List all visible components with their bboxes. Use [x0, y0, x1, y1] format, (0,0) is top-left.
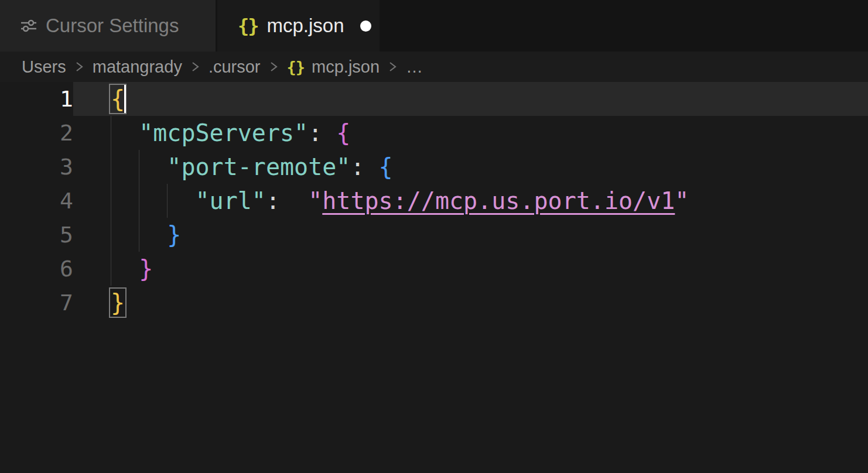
indent-guide [111, 116, 111, 286]
breadcrumb-label: .cursor [209, 57, 261, 77]
chevron-right-icon [388, 59, 398, 75]
text-cursor [124, 85, 126, 113]
token-string: " [675, 187, 689, 214]
breadcrumb-item[interactable]: .cursor [209, 57, 261, 77]
token-string: " [308, 187, 322, 214]
tab-bar: Cursor Settings {} mcp.json [0, 0, 868, 52]
code-line[interactable]: 6 } [0, 252, 868, 286]
token-punct: : [350, 153, 364, 180]
line-text: } [73, 286, 868, 320]
chevron-right-icon [269, 59, 279, 75]
code-line[interactable]: 5 } [0, 218, 868, 252]
token-whitespace [322, 119, 336, 146]
line-text: } [73, 252, 868, 286]
sliders-icon [20, 18, 37, 34]
token-key: "port-remote" [167, 153, 350, 180]
token-bracket3: } [167, 221, 181, 248]
breadcrumb-item[interactable]: matangrady [93, 57, 182, 77]
breadcrumb-item[interactable]: {}mcp.json [287, 57, 380, 77]
code-editor[interactable]: 1{2 "mcpServers": {3 "port-remote": {4 "… [0, 82, 868, 473]
line-number: 7 [0, 286, 73, 320]
chevron-right-icon [190, 59, 200, 75]
token-whitespace [111, 255, 139, 282]
json-braces-icon: {} [287, 58, 305, 76]
json-braces-icon: {} [238, 15, 258, 37]
chevron-right-icon [74, 59, 84, 75]
breadcrumb-label: matangrady [93, 57, 182, 77]
breadcrumb-item[interactable]: … [406, 57, 423, 77]
line-number: 1 [0, 82, 73, 116]
line-number: 3 [0, 150, 73, 184]
line-text: "mcpServers": { [73, 116, 868, 150]
token-bracket1: } [111, 289, 125, 316]
url-link[interactable]: https://mcp.us.port.io/v1 [322, 187, 675, 214]
editor-window: Cursor Settings {} mcp.json Usersmatangr… [0, 0, 868, 473]
code-line[interactable]: 1{ [0, 82, 868, 116]
token-whitespace [111, 187, 196, 214]
indent-guide [139, 150, 139, 252]
line-text: { [73, 82, 868, 116]
token-punct: : [266, 187, 280, 214]
code-line[interactable]: 2 "mcpServers": { [0, 116, 868, 150]
token-bracket3: { [379, 153, 393, 180]
token-key: "mcpServers" [139, 119, 308, 146]
token-whitespace [280, 187, 308, 214]
tab-label: Cursor Settings [46, 15, 179, 37]
token-bracket2: { [336, 119, 350, 146]
token-bracket1: { [111, 85, 125, 112]
token-key: "url" [196, 187, 266, 214]
line-number: 6 [0, 252, 73, 286]
token-whitespace [111, 119, 139, 146]
tab-mcp-json[interactable]: {} mcp.json [217, 0, 380, 52]
token-punct: : [308, 119, 322, 146]
line-number: 5 [0, 218, 73, 252]
modified-dot[interactable] [360, 20, 371, 32]
line-text: "port-remote": { [73, 150, 868, 184]
breadcrumb: Usersmatangrady.cursor{}mcp.json… [0, 52, 868, 82]
tab-cursor-settings[interactable]: Cursor Settings [0, 0, 216, 52]
breadcrumb-label: mcp.json [312, 57, 380, 77]
tab-label: mcp.json [267, 15, 344, 37]
line-text: } [73, 218, 868, 252]
token-whitespace [365, 153, 379, 180]
breadcrumb-item[interactable]: Users [22, 57, 66, 77]
breadcrumb-label: … [406, 57, 423, 77]
code-line[interactable]: 4 "url": "https://mcp.us.port.io/v1" [0, 184, 868, 218]
line-number: 4 [0, 184, 73, 218]
code-line[interactable]: 3 "port-remote": { [0, 150, 868, 184]
line-text: "url": "https://mcp.us.port.io/v1" [73, 184, 868, 218]
breadcrumb-label: Users [22, 57, 66, 77]
token-bracket2: } [139, 255, 153, 282]
line-number: 2 [0, 116, 73, 150]
indent-guide [167, 184, 168, 218]
code-line[interactable]: 7} [0, 286, 868, 320]
